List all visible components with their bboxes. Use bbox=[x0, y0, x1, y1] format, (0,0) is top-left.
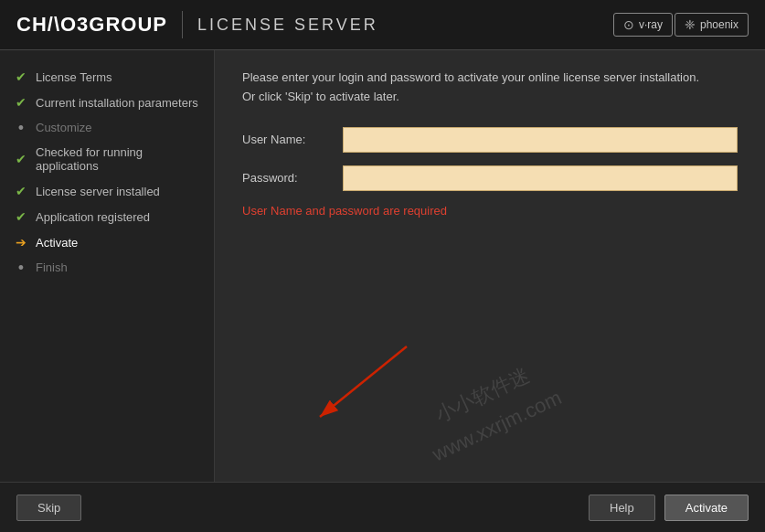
sidebar-item-current-installation: ✔ Current installation parameters bbox=[0, 90, 214, 115]
svg-line-1 bbox=[320, 346, 407, 417]
watermark: 小小软件迷 www.xxrjm.com bbox=[412, 350, 568, 471]
header: CH/\O3GROUP LICENSE SERVER ⊙ v·ray ❈ pho… bbox=[0, 0, 765, 50]
check-icon: ✔ bbox=[14, 184, 28, 198]
app-title: LICENSE SERVER bbox=[197, 16, 378, 35]
main-container: ✔ License Terms ✔ Current installation p… bbox=[0, 50, 765, 482]
sidebar-item-checked-running: ✔ Checked for running applications bbox=[0, 140, 214, 178]
vray-label: v·ray bbox=[639, 18, 663, 31]
check-icon: ✔ bbox=[14, 69, 28, 84]
sidebar-item-app-registered: ✔ Application registered bbox=[0, 204, 214, 229]
footer-right: Help Activate bbox=[589, 495, 749, 521]
sidebar-item-license-server: ✔ License server installed bbox=[0, 178, 214, 204]
help-button[interactable]: Help bbox=[589, 495, 655, 521]
sidebar-label-checked-running: Checked for running applications bbox=[36, 145, 200, 173]
phoenix-label: phoenix bbox=[700, 18, 738, 31]
sidebar-label-license-server: License server installed bbox=[36, 185, 160, 198]
red-arrow-svg bbox=[306, 342, 416, 424]
skip-button[interactable]: Skip bbox=[16, 495, 81, 521]
username-group: User Name: bbox=[242, 127, 738, 153]
sidebar-item-activate[interactable]: ➔ Activate bbox=[0, 229, 214, 255]
vray-icon: ⊙ bbox=[623, 17, 634, 32]
sidebar-label-current-installation: Current installation parameters bbox=[36, 96, 198, 110]
instruction-line2: Or click 'Skip' to activate later. bbox=[242, 88, 738, 107]
activate-button[interactable]: Activate bbox=[664, 495, 749, 521]
check-icon: ✔ bbox=[14, 95, 28, 110]
logo-divider bbox=[182, 11, 183, 38]
username-input[interactable] bbox=[343, 127, 738, 153]
arrow-overlay bbox=[306, 342, 416, 427]
check-icon: ✔ bbox=[14, 152, 28, 166]
instruction-text: Please enter your login and password to … bbox=[242, 69, 738, 107]
footer-left: Skip bbox=[16, 495, 81, 521]
chaos-logo: CH/\O3GROUP bbox=[16, 13, 167, 37]
sidebar-label-license-terms: License Terms bbox=[36, 70, 112, 84]
watermark-line1: 小小软件迷 bbox=[412, 350, 553, 440]
sidebar: ✔ License Terms ✔ Current installation p… bbox=[0, 50, 215, 482]
sidebar-label-app-registered: Application registered bbox=[36, 210, 150, 224]
arrow-right-icon: ➔ bbox=[14, 235, 28, 250]
brand-logos: ⊙ v·ray ❈ phoenix bbox=[613, 13, 749, 37]
sidebar-item-finish: • Finish bbox=[0, 255, 214, 280]
password-label: Password: bbox=[242, 171, 343, 185]
sidebar-item-license-terms: ✔ License Terms bbox=[0, 64, 214, 90]
password-group: Password: bbox=[242, 165, 738, 191]
error-message: User Name and password are required bbox=[242, 204, 738, 218]
phoenix-icon: ❈ bbox=[685, 17, 696, 32]
username-label: User Name: bbox=[242, 133, 343, 146]
sidebar-item-customize: • Customize bbox=[0, 115, 214, 140]
sidebar-label-finish: Finish bbox=[36, 261, 68, 274]
vray-brand: ⊙ v·ray bbox=[613, 13, 673, 37]
sidebar-label-activate: Activate bbox=[36, 236, 78, 250]
watermark-line2: www.xxrjm.com bbox=[427, 381, 568, 471]
check-icon: ✔ bbox=[14, 209, 28, 224]
sidebar-label-customize: Customize bbox=[36, 121, 91, 134]
phoenix-brand: ❈ phoenix bbox=[675, 13, 749, 37]
footer: Skip Help Activate bbox=[0, 482, 765, 532]
instruction-line1: Please enter your login and password to … bbox=[242, 69, 738, 88]
password-input[interactable] bbox=[343, 165, 738, 191]
content-area: Please enter your login and password to … bbox=[215, 50, 765, 482]
